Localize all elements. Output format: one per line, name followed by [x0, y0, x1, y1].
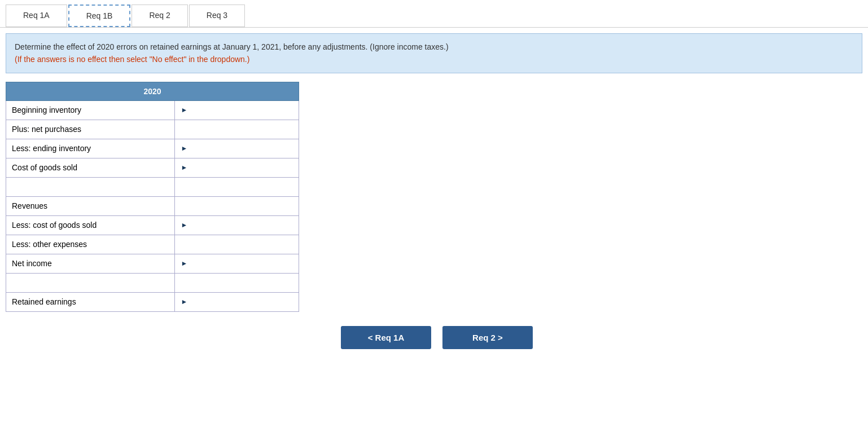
row-input-net-income[interactable]: ►: [175, 254, 299, 273]
tab-req2-label: Req 2: [149, 11, 170, 20]
table-row: Less: other expenses: [6, 235, 299, 254]
dropdown-arrow-icon: ►: [181, 144, 187, 152]
prev-button[interactable]: < Req 1A: [341, 326, 431, 349]
tab-req1a-label: Req 1A: [23, 11, 50, 20]
row-input-empty2: [175, 273, 299, 292]
table-row: Revenues: [6, 196, 299, 215]
navigation-buttons: < Req 1A Req 2 >: [6, 326, 868, 349]
table-row: Beginning inventory ►: [6, 100, 299, 120]
dropdown-arrow-icon: ►: [181, 106, 187, 114]
dropdown-arrow-icon: ►: [181, 164, 187, 171]
instruction-sub-text: (If the answers is no effect then select…: [15, 55, 249, 64]
tab-req1a[interactable]: Req 1A: [6, 5, 67, 27]
table-row: Less: cost of goods sold ►: [6, 215, 299, 235]
row-label-plus-net-purchases: Plus: net purchases: [6, 120, 175, 139]
tabs-container: Req 1A Req 1B Req 2 Req 3: [0, 0, 868, 28]
table-row-empty: [6, 177, 299, 196]
dropdown-arrow-icon: ►: [181, 259, 187, 267]
table-row-empty: [6, 273, 299, 292]
row-label-less-other-expenses: Less: other expenses: [6, 235, 175, 254]
next-button[interactable]: Req 2 >: [442, 326, 533, 349]
table-header: 2020: [6, 82, 299, 100]
row-label-cost-of-goods-sold: Cost of goods sold: [6, 158, 175, 177]
row-input-empty1: [175, 177, 299, 196]
row-label-retained-earnings: Retained earnings: [6, 292, 175, 311]
main-table-container: 2020 Beginning inventory ► Plus: net pur…: [6, 82, 299, 312]
row-label-less-ending-inventory: Less: ending inventory: [6, 139, 175, 158]
row-label-empty2: [6, 273, 175, 292]
row-label-net-income: Net income: [6, 254, 175, 273]
row-input-revenues[interactable]: [175, 196, 299, 215]
table-row: Net income ►: [6, 254, 299, 273]
table-row: Cost of goods sold ►: [6, 158, 299, 177]
row-input-cost-of-goods-sold[interactable]: ►: [175, 158, 299, 177]
row-input-plus-net-purchases[interactable]: [175, 120, 299, 139]
row-label-beginning-inventory: Beginning inventory: [6, 100, 175, 120]
row-input-less-ending-inventory[interactable]: ►: [175, 139, 299, 158]
table-row: Less: ending inventory ►: [6, 139, 299, 158]
instruction-box: Determine the effect of 2020 errors on r…: [6, 33, 862, 73]
row-input-beginning-inventory[interactable]: ►: [175, 100, 299, 120]
row-input-less-other-expenses[interactable]: [175, 235, 299, 254]
dropdown-arrow-icon: ►: [181, 298, 187, 306]
tab-req3-label: Req 3: [207, 11, 227, 20]
table-row: Plus: net purchases: [6, 120, 299, 139]
instruction-main-text: Determine the effect of 2020 errors on r…: [15, 42, 449, 51]
tab-req2[interactable]: Req 2: [131, 5, 187, 27]
row-label-empty1: [6, 177, 175, 196]
data-table: 2020 Beginning inventory ► Plus: net pur…: [6, 82, 299, 312]
dropdown-arrow-icon: ►: [181, 221, 187, 229]
tab-req3[interactable]: Req 3: [189, 5, 245, 27]
row-label-revenues: Revenues: [6, 196, 175, 215]
tab-req1b[interactable]: Req 1B: [68, 5, 131, 27]
table-row: Retained earnings ►: [6, 292, 299, 311]
row-input-retained-earnings[interactable]: ►: [175, 292, 299, 311]
row-label-less-cost-of-goods-sold: Less: cost of goods sold: [6, 215, 175, 235]
tab-req1b-label: Req 1B: [86, 11, 113, 20]
row-input-less-cost-of-goods-sold[interactable]: ►: [175, 215, 299, 235]
